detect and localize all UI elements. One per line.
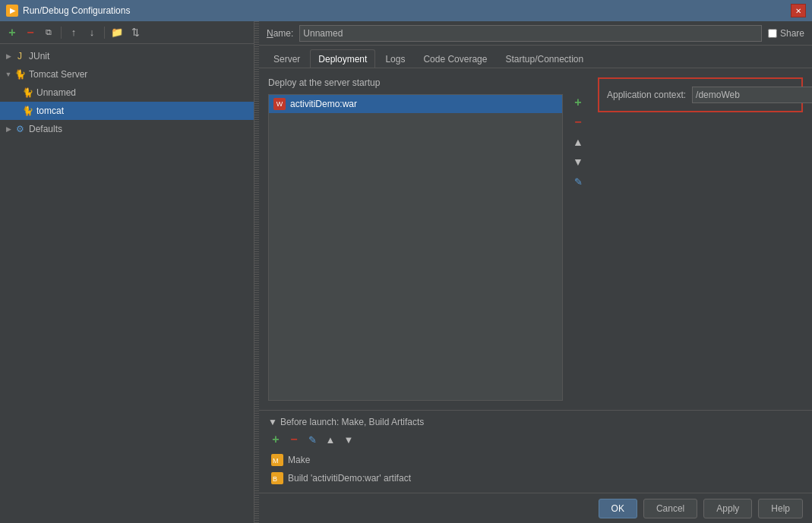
deploy-down-button[interactable]: ▼ [570,153,586,170]
name-input[interactable] [299,25,762,42]
tab-startup-connection[interactable]: Startup/Connection [497,49,592,68]
content-area: Deploy at the server startup W activitiD… [259,68,812,410]
svg-text:B: B [273,475,277,483]
deploy-item-label: activitiDemo:war [290,99,357,109]
tomcat-label: tomcat [36,106,64,116]
deploy-label: Deploy at the server startup [268,77,589,88]
toolbar-separator-1 [61,27,62,39]
side-buttons: + − ▲ ▼ ✎ [567,94,589,401]
ok-button[interactable]: OK [599,499,637,518]
sort-button[interactable]: ⇅ [128,25,143,40]
title-bar: ▶ Run/Debug Configurations ✕ [0,0,812,21]
left-toolbar: + − ⧉ ↑ ↓ 📁 ⇅ [0,21,254,44]
cancel-button[interactable]: Cancel [643,499,697,518]
share-label: Share [780,28,804,39]
name-bar: Name: Share [259,21,812,46]
deploy-remove-button[interactable]: − [570,114,586,131]
junit-icon: J [14,50,26,62]
app-context-label: Application context: [607,90,686,100]
make-label: Make [288,455,310,465]
junit-arrow: ▶ [3,51,14,61]
move-down-button[interactable]: ↓ [84,25,100,40]
deploy-item-icon: W [273,98,286,110]
before-launch-section: ▼ Before launch: Make, Build Artifacts +… [259,410,812,493]
tomcat-server-arrow: ▼ [3,69,14,80]
share-checkbox[interactable] [768,29,777,38]
copy-config-button[interactable]: ⧉ [41,25,56,40]
before-launch-toolbar: + − ✎ ▲ ▼ [268,432,803,447]
right-panel: Name: Share Server Deployment Logs Code … [259,21,812,523]
folder-button[interactable]: 📁 [109,25,125,40]
tree-item-tomcat-server[interactable]: ▼ 🐈 Tomcat Server [0,65,254,83]
deploy-up-button[interactable]: ▲ [570,134,586,150]
tree-item-unnamed[interactable]: 🐈 Unnamed [0,83,254,102]
app-context-box: Application context: ▼ [598,77,803,112]
defaults-icon: ⚙ [14,123,26,135]
tab-code-coverage[interactable]: Code Coverage [415,49,495,68]
junit-label: JUnit [29,51,49,61]
apply-button[interactable]: Apply [703,499,752,518]
before-launch-items: M Make B Build 'activitiDemo:war' artifa… [268,452,803,487]
title-bar-left: ▶ Run/Debug Configurations [6,5,130,17]
tomcat-server-label: Tomcat Server [29,69,87,80]
app-context-section: Application context: ▼ [598,77,803,401]
tomcat-icon: 🐈 [21,105,33,117]
deploy-item-activitidemo[interactable]: W activitiDemo:war [269,95,562,113]
left-panel: + − ⧉ ↑ ↓ 📁 ⇅ ▶ J JUnit ▼ 🐈 Tomcat Serve… [0,21,254,523]
bl-add-button[interactable]: + [268,432,283,447]
defaults-arrow: ▶ [3,124,14,134]
tab-logs[interactable]: Logs [377,49,413,68]
before-launch-header: ▼ Before launch: Make, Build Artifacts [268,417,803,427]
name-label: Name: [267,28,293,39]
svg-text:M: M [273,457,279,465]
deploy-list: W activitiDemo:war [268,94,563,401]
defaults-label: Defaults [29,124,62,134]
unnamed-label: Unnamed [36,87,76,98]
title-bar-icon: ▶ [6,5,18,17]
build-icon: B [271,472,283,484]
bl-up-button[interactable]: ▲ [323,432,338,447]
bl-down-button[interactable]: ▼ [341,432,356,447]
configuration-tree: ▶ J JUnit ▼ 🐈 Tomcat Server 🐈 Unnamed 🐈 … [0,44,254,523]
tree-item-defaults[interactable]: ▶ ⚙ Defaults [0,120,254,138]
tree-item-junit[interactable]: ▶ J JUnit [0,47,254,65]
bl-remove-button[interactable]: − [286,432,302,447]
move-up-button[interactable]: ↑ [66,25,81,40]
help-button[interactable]: Help [758,499,803,518]
remove-config-button[interactable]: − [23,25,38,40]
deploy-section: Deploy at the server startup W activitiD… [268,77,589,401]
before-launch-label: Before launch: Make, Build Artifacts [280,417,424,427]
main-layout: + − ⧉ ↑ ↓ 📁 ⇅ ▶ J JUnit ▼ 🐈 Tomcat Serve… [0,21,812,523]
window-title: Run/Debug Configurations [23,5,130,16]
app-context-input[interactable] [692,87,812,103]
tab-deployment[interactable]: Deployment [310,49,375,68]
bl-item-build[interactable]: B Build 'activitiDemo:war' artifact [268,470,803,487]
tree-item-tomcat[interactable]: 🐈 tomcat [0,102,254,120]
make-icon: M [271,454,283,466]
share-area: Share [768,28,804,39]
bl-edit-button[interactable]: ✎ [305,432,320,447]
toolbar-separator-2 [104,27,105,39]
unnamed-icon: 🐈 [21,87,33,99]
build-label: Build 'activitiDemo:war' artifact [288,473,411,484]
bottom-bar: OK Cancel Apply Help [259,493,812,523]
deploy-add-button[interactable]: + [570,94,586,111]
tab-server[interactable]: Server [265,49,308,68]
before-launch-triangle: ▼ [268,417,277,427]
bl-item-make[interactable]: M Make [268,452,803,468]
close-button[interactable]: ✕ [791,4,806,17]
tabs-container: Server Deployment Logs Code Coverage Sta… [259,46,812,68]
add-config-button[interactable]: + [5,25,20,40]
tomcat-server-icon: 🐈 [14,68,26,80]
deploy-edit-button[interactable]: ✎ [570,173,586,190]
